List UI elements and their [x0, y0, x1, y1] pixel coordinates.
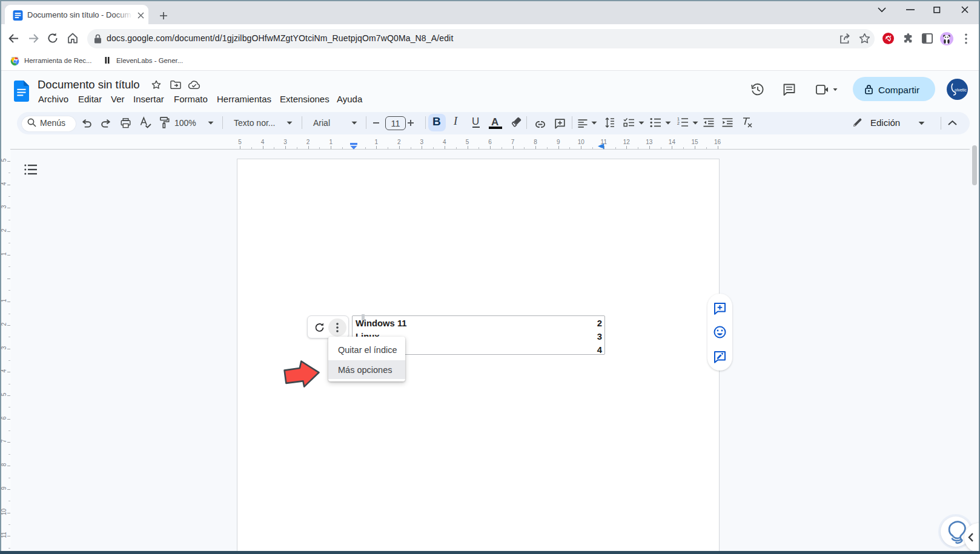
svg-text:1: 1	[677, 117, 680, 121]
svg-text:2: 2	[677, 121, 680, 125]
svg-text:olvetic: olvetic	[955, 88, 967, 92]
